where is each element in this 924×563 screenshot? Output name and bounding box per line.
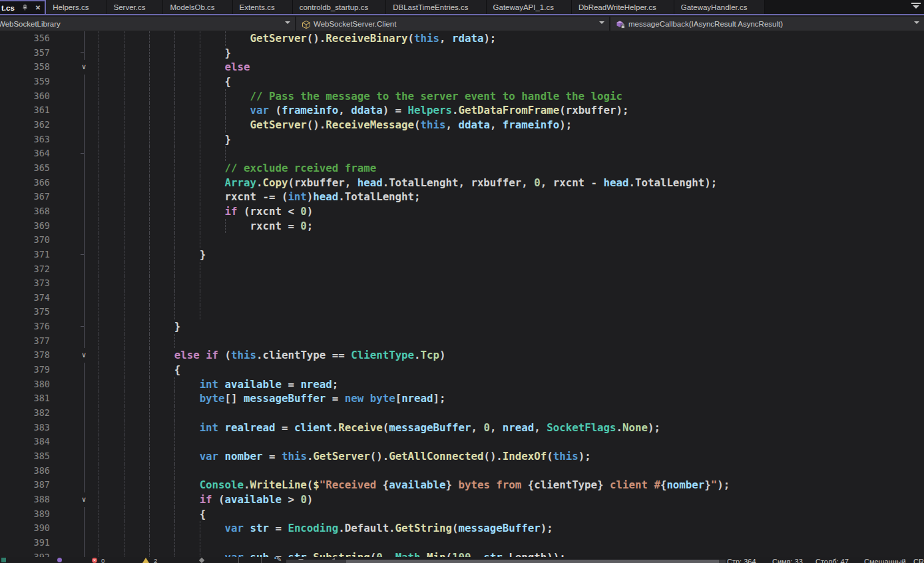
line-number[interactable]: 387 bbox=[0, 478, 73, 492]
code-line[interactable]: 386 bbox=[0, 464, 924, 478]
code-line[interactable]: 373 bbox=[0, 276, 924, 291]
code-line[interactable]: 369rxcnt = 0; bbox=[0, 219, 924, 234]
line-number[interactable]: 376 bbox=[0, 319, 73, 334]
fold-chevron-icon[interactable]: ∨ bbox=[77, 348, 91, 363]
line-number[interactable]: 386 bbox=[0, 464, 73, 478]
tab[interactable]: Helpers.cs bbox=[46, 0, 107, 14]
code-line[interactable]: 361var (frameinfo, ddata) = Helpers.GetD… bbox=[0, 103, 924, 118]
feedback-icon[interactable] bbox=[1, 558, 6, 562]
code-line[interactable]: 363} bbox=[0, 132, 924, 147]
code-line[interactable]: 375 bbox=[0, 305, 924, 319]
line-number[interactable]: 381 bbox=[0, 391, 73, 406]
tab[interactable]: DBLastTimeEntries.cs bbox=[386, 0, 486, 14]
tab-active[interactable]: t.cs✕ bbox=[0, 0, 46, 14]
fold-chevron-icon[interactable]: ∨ bbox=[77, 492, 91, 507]
type-dropdown[interactable]: WebSocketServer.Client bbox=[296, 17, 609, 31]
horizontal-scrollbar[interactable] bbox=[286, 560, 726, 563]
status-line-ending[interactable]: CRLF bbox=[913, 558, 924, 563]
code-line[interactable]: 389{ bbox=[0, 507, 924, 522]
line-number[interactable]: 374 bbox=[0, 291, 73, 305]
status-character[interactable]: Симв: 33 bbox=[772, 558, 803, 563]
tab[interactable]: DbReadWriteHelper.cs bbox=[572, 0, 674, 14]
line-number[interactable]: 385 bbox=[0, 449, 73, 464]
tab[interactable]: GatewayAPI_1.cs bbox=[487, 0, 572, 14]
code-line[interactable]: 364 bbox=[0, 146, 924, 161]
code-line[interactable]: 378∨else if (this.clientType == ClientTy… bbox=[0, 348, 924, 363]
status-encoding[interactable]: Смешанный bbox=[864, 558, 906, 563]
line-number[interactable]: 378 bbox=[0, 348, 73, 363]
extension-status-icon[interactable] bbox=[57, 558, 62, 562]
line-number[interactable]: 364 bbox=[0, 146, 73, 161]
line-number[interactable]: 367 bbox=[0, 190, 73, 204]
line-number[interactable]: 390 bbox=[0, 521, 73, 536]
line-number[interactable]: 379 bbox=[0, 363, 73, 377]
tab-overflow-icon[interactable] bbox=[911, 3, 921, 9]
code-line[interactable]: 359{ bbox=[0, 75, 924, 89]
code-line[interactable]: 377 bbox=[0, 334, 924, 349]
line-number[interactable]: 358 bbox=[0, 60, 73, 75]
member-dropdown[interactable]: messageCallback(IAsyncResult AsyncResult… bbox=[610, 17, 924, 31]
line-number[interactable]: 391 bbox=[0, 536, 73, 550]
code-line[interactable]: 367rxcnt -= (int)head.TotalLenght; bbox=[0, 190, 924, 204]
code-line[interactable]: 358∨else bbox=[0, 60, 924, 75]
tab[interactable]: GatewayHandler.cs bbox=[674, 0, 766, 14]
code-line[interactable]: 391 bbox=[0, 536, 924, 550]
line-number[interactable]: 380 bbox=[0, 377, 73, 392]
line-number[interactable]: 370 bbox=[0, 233, 73, 248]
error-count[interactable]: 0 bbox=[101, 557, 105, 563]
code-line[interactable]: 362GetServer().ReceiveMessage(this, ddat… bbox=[0, 118, 924, 132]
line-number[interactable]: 373 bbox=[0, 276, 73, 291]
code-line[interactable]: 382 bbox=[0, 406, 924, 421]
code-line[interactable]: 357} bbox=[0, 46, 924, 61]
line-number[interactable]: 361 bbox=[0, 103, 73, 118]
line-number[interactable]: 359 bbox=[0, 75, 73, 89]
code-line[interactable]: 384 bbox=[0, 435, 924, 449]
code-line[interactable]: 380int available = nread; bbox=[0, 377, 924, 392]
code-line[interactable]: 383int realread = client.Receive(message… bbox=[0, 421, 924, 435]
code-line[interactable]: 374 bbox=[0, 291, 924, 305]
code-line[interactable]: 385var nomber = this.GetServer().GetAllC… bbox=[0, 449, 924, 464]
warning-icon[interactable] bbox=[142, 558, 149, 563]
message-icon[interactable] bbox=[199, 558, 204, 563]
line-number[interactable]: 366 bbox=[0, 176, 73, 190]
warning-count[interactable]: 2 bbox=[154, 557, 157, 563]
code-editor[interactable]: 356GetServer().ReceiveBinary(this, rdata… bbox=[0, 31, 924, 563]
code-line[interactable]: 371} bbox=[0, 248, 924, 262]
error-icon[interactable]: ✕ bbox=[92, 558, 97, 563]
code-line[interactable]: 388∨if (available > 0) bbox=[0, 492, 924, 507]
code-line[interactable]: 365// exclude rceived frame bbox=[0, 161, 924, 176]
line-number[interactable]: 372 bbox=[0, 262, 73, 277]
pin-icon[interactable] bbox=[21, 4, 29, 11]
line-number[interactable]: 368 bbox=[0, 204, 73, 219]
code-line[interactable]: 376} bbox=[0, 319, 924, 334]
close-icon[interactable]: ✕ bbox=[35, 5, 41, 11]
fold-chevron-icon[interactable]: ∨ bbox=[77, 60, 91, 75]
line-number[interactable]: 360 bbox=[0, 89, 73, 104]
code-line[interactable]: 366Array.Copy(rxbuffer, head.TotalLenght… bbox=[0, 176, 924, 190]
code-line[interactable]: 390var str = Encoding.Default.GetString(… bbox=[0, 521, 924, 536]
tab[interactable]: controldb_startup.cs bbox=[293, 0, 387, 14]
code-line[interactable]: 370 bbox=[0, 233, 924, 248]
tab[interactable]: Server.cs bbox=[107, 0, 164, 14]
chevron-down-icon[interactable] bbox=[914, 21, 919, 24]
line-number[interactable]: 356 bbox=[0, 31, 73, 46]
code-line[interactable]: 379{ bbox=[0, 363, 924, 377]
line-number[interactable]: 371 bbox=[0, 248, 73, 262]
tab[interactable]: Extents.cs bbox=[233, 0, 293, 14]
line-number[interactable]: 362 bbox=[0, 118, 73, 132]
line-number[interactable]: 389 bbox=[0, 507, 73, 522]
status-line[interactable]: Стр: 364 bbox=[727, 558, 756, 563]
code-line[interactable]: 387Console.WriteLine($"Received {availab… bbox=[0, 478, 924, 492]
horizontal-scrollbar-thumb[interactable] bbox=[346, 560, 719, 563]
code-line[interactable]: 360// Pass the message to the server eve… bbox=[0, 89, 924, 104]
line-number[interactable]: 357 bbox=[0, 46, 73, 61]
line-number[interactable]: 377 bbox=[0, 334, 73, 349]
code-line[interactable]: 368if (rxcnt < 0) bbox=[0, 204, 924, 219]
line-number[interactable]: 384 bbox=[0, 435, 73, 449]
code-line[interactable]: 356GetServer().ReceiveBinary(this, rdata… bbox=[0, 31, 924, 46]
code-line[interactable]: 381byte[] messageBuffer = new byte[nread… bbox=[0, 391, 924, 406]
code-line[interactable]: 372 bbox=[0, 262, 924, 277]
chevron-down-icon[interactable] bbox=[285, 21, 290, 24]
line-number[interactable]: 363 bbox=[0, 132, 73, 147]
status-column[interactable]: Столб: 47 bbox=[815, 558, 849, 563]
